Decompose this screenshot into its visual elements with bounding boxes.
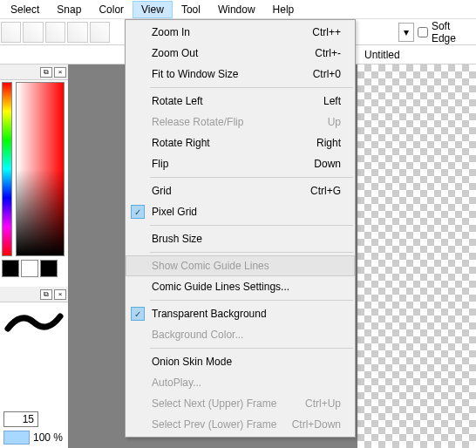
- secondary-color-swatch[interactable]: [21, 260, 38, 277]
- menu-item-flip[interactable]: FlipDown: [126, 153, 355, 174]
- menu-item-label: Zoom In: [152, 26, 190, 38]
- brush-preview: [3, 309, 65, 336]
- menu-item-release-rotate-flip: Release Rotate/FlipUp: [126, 112, 355, 132]
- brush-opacity-control[interactable]: 100 %: [3, 431, 63, 445]
- brush-panel: 15 100 %: [0, 302, 68, 448]
- check-icon: ✓: [131, 205, 145, 219]
- tab-untitled[interactable]: Untitled: [364, 49, 400, 61]
- menu-item-fit-to-window-size[interactable]: Fit to Window SizeCtrl+0: [126, 64, 355, 85]
- third-color-swatch[interactable]: [40, 260, 58, 277]
- menu-item-label: Background Color...: [152, 329, 243, 341]
- view-menu: Zoom InCtrl++Zoom OutCtrl+-Fit to Window…: [125, 19, 356, 438]
- menu-item-shortcut: Ctrl+-: [315, 47, 341, 59]
- menu-item-shortcut: Up: [328, 116, 341, 128]
- menu-item-label: AutoPlay...: [152, 377, 201, 389]
- menu-separator: [150, 252, 353, 253]
- menu-help[interactable]: Help: [264, 1, 303, 18]
- brush-size-input[interactable]: 15: [3, 411, 38, 427]
- close-icon[interactable]: ×: [54, 67, 66, 78]
- menu-item-select-prev-lower-frame: Select Prev (Lower) FrameCtrl+Down: [126, 414, 355, 435]
- tool-icon[interactable]: [90, 22, 110, 43]
- menu-item-rotate-right[interactable]: Rotate RightRight: [126, 132, 355, 153]
- chevron-down-icon[interactable]: ▾: [398, 23, 414, 42]
- menu-item-label: Brush Size: [152, 233, 202, 245]
- menu-item-shortcut: Ctrl+G: [310, 185, 341, 197]
- tool-icon[interactable]: [1, 22, 21, 43]
- menu-item-pixel-grid[interactable]: ✓Pixel Grid: [126, 201, 355, 222]
- menu-color[interactable]: Color: [90, 1, 133, 18]
- color-panel: [0, 80, 68, 287]
- menu-item-select-next-upper-frame: Select Next (Upper) FrameCtrl+Up: [126, 393, 355, 414]
- menu-item-shortcut: Ctrl++: [312, 26, 341, 38]
- color-panel-header: ⧉ ×: [0, 64, 68, 80]
- primary-color-swatch[interactable]: [2, 260, 19, 277]
- menu-view[interactable]: View: [133, 1, 173, 18]
- menu-item-label: Onion Skin Mode: [152, 356, 232, 368]
- menu-item-shortcut: Down: [314, 158, 341, 170]
- menu-item-label: Show Comic Guide Lines: [152, 260, 269, 272]
- menu-separator: [150, 225, 353, 226]
- menu-item-shortcut: Ctrl+0: [313, 68, 341, 80]
- menu-item-label: Select Prev (Lower) Frame: [152, 418, 276, 431]
- menu-item-shortcut: Ctrl+Down: [292, 418, 341, 431]
- menu-separator: [150, 348, 353, 349]
- menu-item-brush-size[interactable]: Brush Size: [126, 228, 355, 249]
- transparent-canvas[interactable]: [357, 64, 476, 448]
- color-field[interactable]: [16, 82, 65, 256]
- menu-item-onion-skin-mode[interactable]: Onion Skin Mode: [126, 351, 355, 372]
- menu-item-label: Rotate Right: [152, 137, 210, 149]
- menu-item-label: Flip: [152, 158, 168, 170]
- left-panels: ⧉ × ⧉ × 15 100 %: [0, 64, 68, 448]
- tool-icon[interactable]: [23, 22, 43, 43]
- menu-item-autoplay: AutoPlay...: [126, 372, 355, 393]
- menu-item-shortcut: Left: [323, 95, 341, 107]
- menu-item-comic-guide-lines-settings[interactable]: Comic Guide Lines Settings...: [126, 276, 355, 297]
- menu-separator: [150, 177, 353, 178]
- menu-select[interactable]: Select: [2, 1, 48, 18]
- menu-item-label: Fit to Window Size: [152, 68, 238, 80]
- soft-edge-option: ▾ Soft Edge: [398, 20, 476, 44]
- check-icon: ✓: [131, 307, 145, 321]
- hue-slider[interactable]: [2, 82, 12, 256]
- soft-edge-label: Soft Edge: [432, 20, 476, 44]
- menu-snap[interactable]: Snap: [48, 1, 90, 18]
- menu-item-label: Grid: [152, 185, 172, 197]
- menu-item-zoom-out[interactable]: Zoom OutCtrl+-: [126, 43, 355, 64]
- menu-item-background-color: Background Color...: [126, 324, 355, 345]
- menu-separator: [150, 87, 353, 88]
- menu-item-label: Comic Guide Lines Settings...: [152, 281, 289, 293]
- menu-item-label: Zoom Out: [152, 47, 198, 59]
- menu-item-label: Pixel Grid: [152, 206, 197, 218]
- menu-separator: [150, 300, 353, 301]
- close-icon[interactable]: ×: [54, 289, 66, 300]
- menu-item-shortcut: Right: [316, 137, 341, 149]
- menu-item-label: Select Next (Upper) Frame: [152, 397, 276, 410]
- menu-item-label: Transparent Background: [152, 308, 267, 320]
- menu-window[interactable]: Window: [209, 1, 264, 18]
- tool-icon[interactable]: [67, 22, 87, 43]
- menu-tool[interactable]: Tool: [173, 1, 209, 18]
- menubar: SelectSnapColorViewToolWindowHelp: [0, 0, 476, 19]
- menu-item-rotate-left[interactable]: Rotate LeftLeft: [126, 91, 355, 112]
- undock-icon[interactable]: ⧉: [40, 289, 52, 300]
- color-swatches: [2, 260, 58, 277]
- brush-panel-header: ⧉ ×: [0, 287, 68, 302]
- opacity-bar[interactable]: [3, 431, 30, 445]
- menu-item-show-comic-guide-lines: Show Comic Guide Lines: [126, 255, 355, 276]
- menu-item-transparent-background[interactable]: ✓Transparent Background: [126, 303, 355, 324]
- menu-item-grid[interactable]: GridCtrl+G: [126, 180, 355, 201]
- menu-item-zoom-in[interactable]: Zoom InCtrl++: [126, 22, 355, 43]
- menu-item-label: Rotate Left: [152, 95, 203, 107]
- soft-edge-checkbox[interactable]: [418, 27, 428, 37]
- menu-item-label: Release Rotate/Flip: [152, 116, 243, 128]
- undock-icon[interactable]: ⧉: [40, 67, 52, 78]
- menu-item-shortcut: Ctrl+Up: [305, 397, 341, 410]
- tool-icon[interactable]: [45, 22, 65, 43]
